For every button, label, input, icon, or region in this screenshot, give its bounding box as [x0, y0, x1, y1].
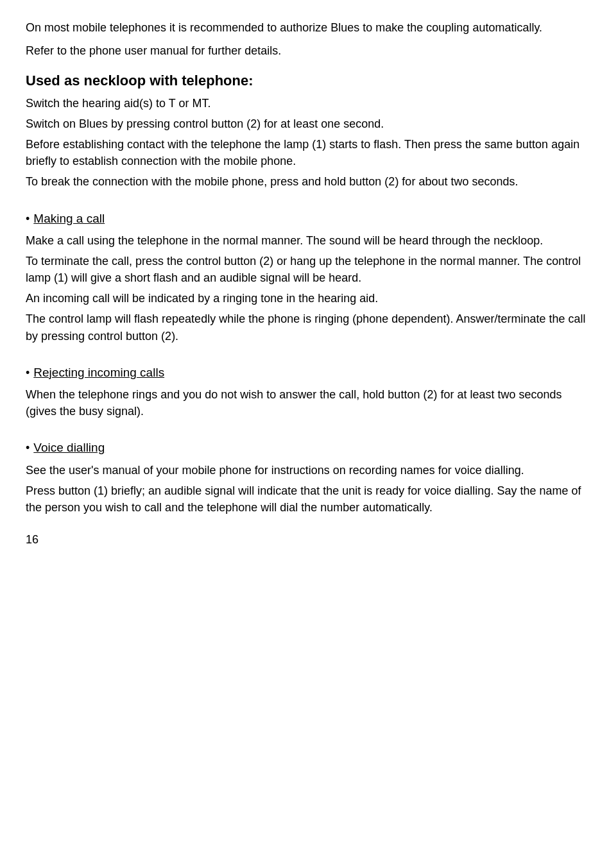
making-call-line-1: Make a call using the telephone in the n…: [26, 232, 590, 249]
making-call-line-2: To terminate the call, press the control…: [26, 253, 590, 286]
rejecting-line-1: When the telephone rings and you do not …: [26, 386, 590, 420]
making-call-line-4: The control lamp will flash repeatedly w…: [26, 310, 590, 344]
voice-line-2: Press button (1) briefly; an audible sig…: [26, 482, 590, 516]
making-call-bullet-dot: •: [26, 210, 30, 227]
making-call-line-3: An incoming call will be indicated by a …: [26, 290, 590, 307]
rejecting-heading-row: • Rejecting incoming calls: [26, 351, 590, 384]
page-content: On most mobile telephones it is recommen…: [26, 19, 590, 548]
voice-line-1: See the user's manual of your mobile pho…: [26, 462, 590, 479]
neckloop-line-4: To break the connection with the mobile …: [26, 173, 590, 190]
neckloop-line-2: Switch on Blues by pressing control butt…: [26, 115, 590, 132]
rejecting-section: • Rejecting incoming calls When the tele…: [26, 351, 590, 420]
voice-heading-row: • Voice dialling: [26, 426, 590, 459]
neckloop-section: Used as neckloop with telephone: Switch …: [26, 71, 590, 190]
making-call-heading-row: • Making a call: [26, 197, 590, 230]
neckloop-heading: Used as neckloop with telephone:: [26, 71, 590, 91]
rejecting-heading: Rejecting incoming calls: [33, 364, 164, 382]
neckloop-line-1: Switch the hearing aid(s) to T or MT.: [26, 95, 590, 112]
intro-paragraph-2: Refer to the phone user manual for furth…: [26, 42, 590, 59]
rejecting-bullet-dot: •: [26, 364, 30, 381]
neckloop-line-3: Before establishing contact with the tel…: [26, 136, 590, 169]
voice-bullet-dot: •: [26, 439, 30, 456]
voice-dialling-section: • Voice dialling See the user's manual o…: [26, 426, 590, 516]
voice-heading: Voice dialling: [33, 439, 105, 457]
making-call-heading: Making a call: [33, 210, 105, 228]
intro-paragraph-1: On most mobile telephones it is recommen…: [26, 19, 590, 36]
making-call-section: • Making a call Make a call using the te…: [26, 197, 590, 344]
page-number: 16: [26, 531, 590, 548]
